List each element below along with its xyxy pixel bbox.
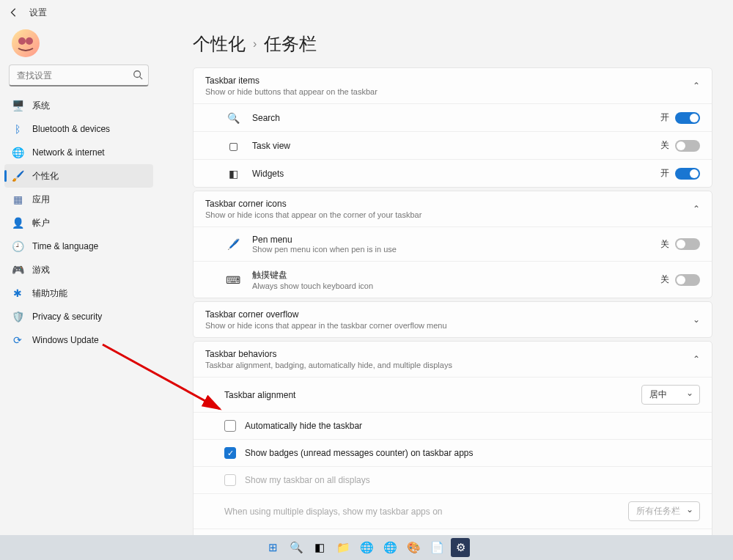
settings-icon[interactable]: ⚙ (451, 538, 470, 557)
row-pen-menu: 🖊️ Pen menuShow pen menu icon when pen i… (194, 226, 712, 261)
row-icon: ⌨ (224, 274, 242, 286)
section-header[interactable]: Taskbar corner icons Show or hide icons … (194, 191, 712, 226)
nav-icon: ⟳ (12, 334, 23, 346)
main-content: 个性化 › 任务栏 Taskbar items Show or hide but… (158, 25, 733, 535)
chevron-right-icon: › (253, 37, 257, 51)
section-taskbar-items: Taskbar items Show or hide buttons that … (193, 67, 712, 188)
nav-item-windows-update[interactable]: ⟳Windows Update (4, 328, 153, 352)
section-corner-icons: Taskbar corner icons Show or hide icons … (193, 191, 712, 298)
row-check: Show my taskbar on all displays (194, 466, 712, 493)
search-icon[interactable]: 🔍 (287, 538, 306, 557)
nav-icon: ▦ (12, 194, 23, 205)
nav-label: 系统 (32, 100, 50, 112)
search-icon (133, 70, 143, 83)
nav-item--[interactable]: 🖌️个性化 (4, 164, 153, 188)
toggle[interactable] (675, 140, 700, 152)
section-behaviors: Taskbar behaviors Taskbar alignment, bad… (193, 341, 712, 535)
section-header[interactable]: Taskbar items Show or hide buttons that … (194, 68, 712, 103)
toggle[interactable] (675, 168, 700, 180)
nav-icon: ᛒ (12, 123, 23, 135)
section-overflow: Taskbar corner overflow Show or hide ico… (193, 301, 712, 338)
alignment-select[interactable]: 居中 (641, 385, 700, 405)
start-icon[interactable]: ⊞ (263, 538, 282, 557)
checkbox[interactable] (224, 420, 236, 432)
toggle[interactable] (675, 238, 700, 250)
search-box (9, 65, 149, 86)
toggle-state: 开 (660, 111, 669, 124)
toggle-state: 关 (660, 139, 669, 152)
row-icon: ▢ (224, 140, 242, 152)
checkbox[interactable]: ✓ (224, 447, 236, 459)
nav-label: 辅助功能 (32, 287, 67, 300)
row-multi-display: When using multiple displays, show my ta… (194, 493, 712, 528)
row-icon: ◧ (224, 168, 242, 180)
toggle-state: 关 (660, 238, 669, 251)
nav-label: 帐户 (32, 217, 50, 229)
row-icon: 🖊️ (224, 238, 242, 250)
chevron-down-icon: ⌄ (693, 314, 700, 325)
chrome-icon[interactable]: 🌐 (357, 538, 376, 557)
paint-icon[interactable]: 🎨 (404, 538, 423, 557)
breadcrumb: 个性化 › 任务栏 (193, 32, 712, 56)
nav-icon: ✱ (12, 287, 23, 299)
multi-select: 所有任务栏 (628, 501, 700, 521)
toggle[interactable] (675, 112, 700, 124)
search-input[interactable] (9, 65, 149, 86)
toggle[interactable] (675, 274, 700, 286)
office-icon[interactable]: 📄 (427, 538, 446, 557)
nav-item--[interactable]: 🎮游戏 (4, 258, 153, 281)
nav-icon: 👤 (12, 217, 23, 229)
nav-icon: 🛡️ (12, 311, 23, 323)
svg-point-1 (26, 37, 33, 45)
explorer-icon[interactable]: 📁 (334, 538, 353, 557)
nav-label: Windows Update (32, 335, 99, 345)
taskview-icon[interactable]: ◧ (310, 538, 329, 557)
section-header[interactable]: Taskbar behaviors Taskbar alignment, bad… (194, 342, 712, 377)
chrome-icon[interactable]: 🌐 (380, 538, 399, 557)
nav-item--[interactable]: ▦应用 (4, 188, 153, 211)
row-触摸键盘: ⌨ 触摸键盘Always show touch keyboard icon 关 (194, 261, 712, 298)
user-avatar[interactable] (12, 29, 40, 57)
nav-icon: 🖥️ (12, 100, 23, 111)
nav-label: 个性化 (32, 170, 59, 183)
nav-item--[interactable]: ✱辅助功能 (4, 281, 153, 305)
nav-item-time-language[interactable]: 🕘Time & language (4, 235, 153, 258)
row-widgets: ◧ Widgets 开 (194, 159, 712, 187)
row-hover-corner[interactable]: ✓ Hover or click on the far corner of ta… (194, 528, 712, 535)
row-task-view: ▢ Task view 关 (194, 131, 712, 159)
nav-item--[interactable]: 🖥️系统 (4, 94, 153, 117)
row-check[interactable]: ✓ Show badges (unread messages counter) … (194, 439, 712, 466)
svg-point-2 (134, 71, 141, 78)
nav-item-privacy-security[interactable]: 🛡️Privacy & security (4, 305, 153, 328)
row-search: 🔍 Search 开 (194, 103, 712, 131)
row-icon: 🔍 (224, 112, 242, 124)
chevron-up-icon: ⌃ (693, 204, 700, 214)
nav-icon: 🎮 (12, 264, 23, 276)
checkbox (224, 474, 236, 486)
chevron-up-icon: ⌃ (693, 81, 700, 91)
windows-taskbar: ⊞ 🔍 ◧ 📁 🌐 🌐 🎨 📄 ⚙ (0, 535, 733, 560)
nav-label: Privacy & security (32, 312, 102, 322)
chevron-up-icon: ⌃ (693, 354, 700, 364)
section-header[interactable]: Taskbar corner overflow Show or hide ico… (194, 302, 712, 337)
nav-label: Network & internet (32, 147, 105, 158)
breadcrumb-current: 任务栏 (264, 32, 317, 56)
nav-icon: 🌐 (12, 147, 23, 158)
window-title: 设置 (29, 7, 47, 19)
nav-label: 游戏 (32, 264, 50, 276)
nav-icon: 🖌️ (12, 170, 23, 182)
nav-item-bluetooth-devices[interactable]: ᛒBluetooth & devices (4, 117, 153, 141)
breadcrumb-parent[interactable]: 个性化 (193, 32, 246, 56)
svg-point-0 (18, 37, 26, 45)
nav-label: Bluetooth & devices (32, 124, 110, 134)
row-check[interactable]: Automatically hide the taskbar (194, 412, 712, 439)
sidebar: 🖥️系统ᛒBluetooth & devices🌐Network & inter… (0, 25, 158, 535)
toggle-state: 开 (660, 167, 669, 180)
nav-label: Time & language (32, 241, 98, 251)
nav-icon: 🕘 (12, 240, 23, 252)
back-button[interactable] (7, 6, 21, 19)
nav-item-network-internet[interactable]: 🌐Network & internet (4, 141, 153, 164)
nav-label: 应用 (32, 194, 50, 206)
nav-item--[interactable]: 👤帐户 (4, 211, 153, 235)
row-alignment: Taskbar alignment 居中 (194, 377, 712, 412)
